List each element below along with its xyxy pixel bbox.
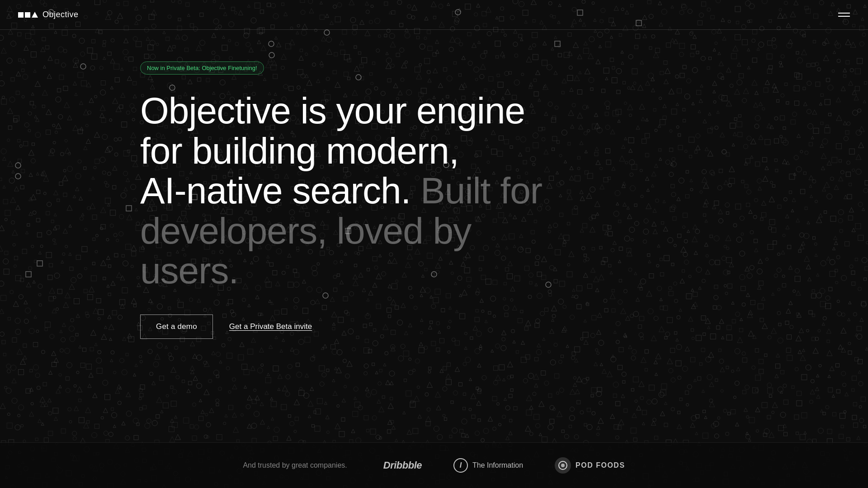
pod-foods-icon <box>555 457 571 474</box>
hero-buttons: Get a demo Get a Private Beta invite <box>140 314 868 339</box>
dribbble-logo: Dribbble <box>383 460 422 471</box>
logo-text: Objective <box>42 10 79 19</box>
logo-shapes <box>18 12 38 18</box>
logo-square2 <box>25 12 30 18</box>
pod-foods-logo: POD FOODS <box>555 457 625 474</box>
logo-triangle <box>32 12 38 18</box>
beta-badge[interactable]: Now in Private Beta: Objective Finetunin… <box>140 61 264 75</box>
logo[interactable]: Objective <box>18 10 79 19</box>
trusted-label: And trusted by great companies. <box>243 461 347 469</box>
navbar: Objective <box>0 0 868 30</box>
trusted-logos: Dribbble I The Information POD FOODS <box>383 457 625 474</box>
pod-foods-text: POD FOODS <box>576 461 625 469</box>
the-information-icon: I <box>453 458 468 473</box>
logo-square1 <box>18 12 24 18</box>
hero-headline: Objective is your engine for building mo… <box>140 91 547 291</box>
svg-point-1 <box>561 464 565 467</box>
trusted-section: And trusted by great companies. Dribbble… <box>0 442 868 488</box>
demo-button[interactable]: Get a demo <box>140 314 213 339</box>
hamburger-line1 <box>838 13 850 14</box>
the-information-text: The Information <box>472 461 523 469</box>
beta-invite-button[interactable]: Get a Private Beta invite <box>229 322 312 331</box>
hamburger-line2 <box>838 16 850 17</box>
hamburger-menu[interactable] <box>838 13 850 17</box>
hero-section: Now in Private Beta: Objective Finetunin… <box>0 30 868 339</box>
the-information-logo: I The Information <box>453 458 523 473</box>
